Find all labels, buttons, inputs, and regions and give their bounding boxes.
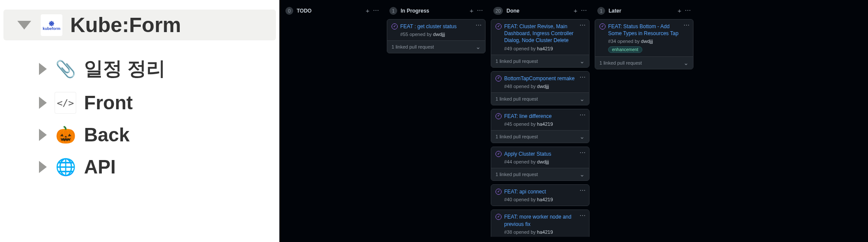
card-title[interactable]: FEAT: Cluster Revise, Main Dashboard, In…	[496, 23, 585, 44]
board-column: 1In ProgressFEAT : get cluster status#55…	[387, 5, 486, 237]
linked-pr-row[interactable]: 1 linked pull request	[491, 55, 589, 67]
card-author[interactable]: dwdjjj	[641, 39, 653, 44]
chevron-down-icon[interactable]	[580, 133, 585, 140]
expand-toggle-icon[interactable]	[39, 129, 47, 141]
card-meta: #48 opened by dwdjjj	[504, 84, 585, 89]
card-title[interactable]: Apply Cluster Status	[496, 150, 585, 157]
card-body: FEAT : get cluster status#55 opened by d…	[387, 20, 485, 40]
expand-toggle-icon[interactable]	[39, 161, 47, 173]
column-more-icon[interactable]	[581, 7, 587, 14]
chevron-down-icon[interactable]	[580, 58, 585, 65]
linked-pr-row[interactable]: 1 linked pull request	[491, 168, 589, 180]
board-card[interactable]: FEAT : get cluster status#55 opened by d…	[387, 19, 486, 53]
card-meta: #45 opened by ha4219	[504, 121, 585, 127]
card-title[interactable]: FEAT : get cluster status	[392, 23, 481, 30]
chevron-down-icon[interactable]	[683, 59, 689, 66]
add-card-icon[interactable]	[677, 7, 681, 14]
card-title[interactable]: FEAT: more worker node and previous fix	[496, 213, 585, 227]
card-more-icon[interactable]	[580, 150, 586, 156]
add-card-icon[interactable]	[366, 7, 369, 14]
add-card-icon[interactable]	[470, 7, 473, 14]
collapse-toggle-icon[interactable]	[17, 21, 31, 29]
expand-toggle-icon[interactable]	[39, 63, 47, 75]
board-card[interactable]: Apply Cluster Status#44 opened by dwdjjj…	[491, 147, 589, 181]
issue-closed-icon	[496, 113, 502, 119]
card-body: Apply Cluster Status#44 opened by dwdjjj	[491, 147, 589, 168]
card-meta: #38 opened by ha4219	[504, 229, 585, 235]
column-more-icon[interactable]	[477, 7, 483, 14]
card-author[interactable]: ha4219	[537, 197, 553, 202]
column-actions	[366, 7, 379, 14]
tree-item-icon: </>	[55, 92, 76, 114]
board-card[interactable]: BottomTapComponent remake#48 opened by d…	[491, 71, 589, 105]
column-count-badge: 0	[285, 7, 293, 15]
project-title: Kube:Form	[70, 13, 181, 37]
card-author[interactable]: ha4219	[537, 229, 553, 235]
project-tree: 📎일정 정리</>Front🎃Back🌐API	[3, 51, 276, 183]
card-title[interactable]: FEAT: line difference	[496, 113, 585, 120]
column-more-icon[interactable]	[685, 7, 691, 14]
column-count-badge: 20	[493, 7, 503, 15]
linked-pr-row[interactable]: 1 linked pull request	[491, 92, 589, 105]
card-more-icon[interactable]	[580, 22, 586, 29]
column-title: TODO	[297, 8, 362, 14]
tree-item[interactable]: </>Front	[37, 87, 276, 119]
linked-pr-row[interactable]: 1 linked pull request	[595, 56, 693, 69]
card-body: FEAT: Cluster Revise, Main Dashboard, In…	[491, 20, 589, 55]
card-label[interactable]: enhancement	[608, 46, 642, 53]
card-title[interactable]: FEAT: Status Bottom - Add Some Types in …	[599, 23, 689, 37]
tree-item-icon: 📎	[55, 58, 76, 80]
card-body: FEAT: Status Bottom - Add Some Types in …	[595, 20, 693, 56]
board-column: 0TODO	[283, 5, 382, 237]
card-meta: #55 opened by dwdjjj	[400, 32, 481, 37]
card-body: FEAT: api connect#40 opened by ha4219	[491, 185, 589, 206]
board-card[interactable]: FEAT: api connect#40 opened by ha4219	[491, 184, 589, 206]
board-card[interactable]: FEAT: Status Bottom - Add Some Types in …	[595, 19, 693, 69]
column-header: 0TODO	[283, 5, 382, 19]
card-author[interactable]: dwdjjj	[537, 159, 549, 164]
card-author[interactable]: dwdjjj	[537, 84, 549, 89]
card-more-icon[interactable]	[580, 112, 586, 118]
card-title[interactable]: BottomTapComponent remake	[496, 75, 585, 82]
tree-item-icon: 🌐	[55, 156, 76, 178]
card-more-icon[interactable]	[683, 22, 690, 29]
card-title[interactable]: FEAT: api connect	[496, 188, 585, 195]
card-more-icon[interactable]	[476, 22, 482, 29]
tree-item[interactable]: 🌐API	[37, 151, 276, 183]
project-header[interactable]: ⎈ kubeform Kube:Form	[3, 10, 276, 40]
card-author[interactable]: ha4219	[537, 121, 553, 127]
card-more-icon[interactable]	[580, 74, 586, 81]
column-header: 1In Progress	[387, 5, 486, 19]
column-title: Later	[609, 8, 674, 14]
board-card[interactable]: FEAT: line difference#45 opened by ha421…	[491, 109, 589, 143]
card-more-icon[interactable]	[580, 187, 586, 194]
card-body: FEAT: more worker node and previous fix#…	[491, 210, 589, 237]
tree-item[interactable]: 🎃Back	[37, 119, 276, 151]
kanban-board: 0TODO1In ProgressFEAT : get cluster stat…	[279, 0, 868, 242]
column-actions	[677, 7, 691, 14]
expand-toggle-icon[interactable]	[39, 97, 47, 109]
add-card-icon[interactable]	[573, 7, 577, 14]
card-body: BottomTapComponent remake#48 opened by d…	[491, 72, 589, 92]
board-card[interactable]: FEAT: more worker node and previous fix#…	[491, 209, 589, 237]
column-actions	[470, 7, 483, 14]
card-meta: #44 opened by dwdjjj	[504, 159, 585, 164]
issue-closed-icon	[496, 214, 502, 220]
column-more-icon[interactable]	[373, 7, 379, 14]
column-header: 20Done	[491, 5, 589, 19]
card-author[interactable]: dwdjjj	[433, 32, 445, 37]
column-actions	[573, 7, 587, 14]
column-header: 1Later	[595, 5, 693, 19]
chevron-down-icon[interactable]	[580, 171, 585, 178]
chevron-down-icon[interactable]	[476, 43, 481, 50]
column-count-badge: 1	[389, 7, 397, 15]
tree-item[interactable]: 📎일정 정리	[37, 51, 276, 87]
chevron-down-icon[interactable]	[580, 95, 585, 102]
linked-pr-row[interactable]: 1 linked pull request	[491, 130, 589, 143]
card-author[interactable]: ha4219	[537, 46, 553, 51]
issue-closed-icon	[496, 23, 502, 29]
card-meta: #40 opened by ha4219	[504, 197, 585, 202]
board-card[interactable]: FEAT: Cluster Revise, Main Dashboard, In…	[491, 19, 589, 68]
linked-pr-row[interactable]: 1 linked pull request	[387, 40, 485, 53]
card-more-icon[interactable]	[580, 213, 586, 219]
